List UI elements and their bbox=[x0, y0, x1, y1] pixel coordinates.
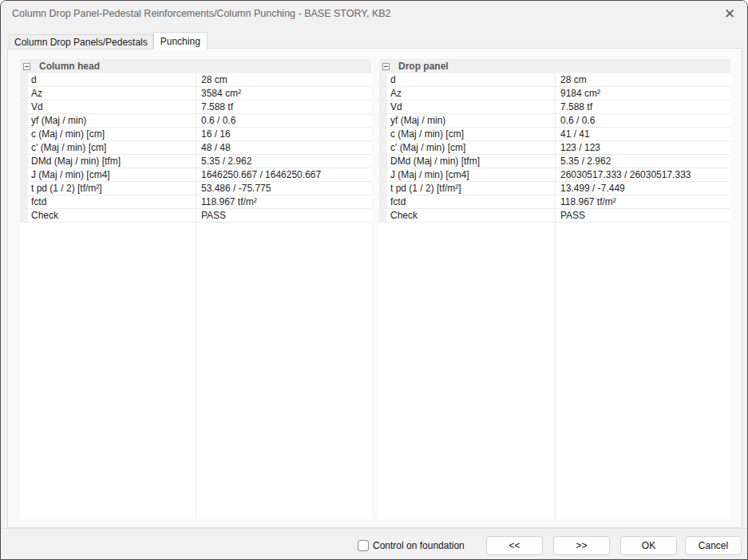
tab-label: Punching bbox=[160, 36, 200, 47]
property-value: 1646250.667 / 1646250.667 bbox=[196, 169, 371, 180]
table-row[interactable]: J (Maj / min) [cm4]1646250.667 / 1646250… bbox=[20, 168, 371, 182]
panel-title: Drop panel bbox=[398, 61, 449, 72]
row-gutter bbox=[379, 87, 387, 100]
row-gutter bbox=[20, 128, 28, 140]
property-value: 5.35 / 2.962 bbox=[555, 156, 730, 167]
property-label: d bbox=[28, 74, 196, 85]
row-gutter bbox=[379, 141, 387, 154]
property-value: 0.6 / 0.6 bbox=[196, 115, 371, 126]
property-label: DMd (Maj / min) [tfm] bbox=[387, 156, 555, 167]
property-rows: d28 cmAz9184 cm²Vd7.588 tfyf (Maj / min)… bbox=[379, 73, 730, 223]
table-row[interactable]: DMd (Maj / min) [tfm]5.35 / 2.962 bbox=[379, 155, 730, 168]
property-value: 0.6 / 0.6 bbox=[555, 115, 730, 126]
tab-strip: Column Drop Panels/Pedestals Punching bbox=[9, 26, 208, 49]
property-label: Check bbox=[28, 210, 196, 221]
control-on-foundation-checkbox[interactable] bbox=[358, 540, 369, 551]
property-label: yf (Maj / min) bbox=[387, 115, 555, 126]
property-label: Vd bbox=[28, 101, 196, 112]
table-row[interactable]: Az3584 cm² bbox=[20, 87, 371, 101]
row-gutter bbox=[20, 114, 28, 127]
property-rows: d28 cmAz3584 cm²Vd7.588 tfyf (Maj / min)… bbox=[20, 73, 371, 223]
row-gutter bbox=[20, 155, 28, 168]
table-row[interactable]: t pd (1 / 2) [tf/m²]13.499 / -7.449 bbox=[379, 182, 730, 195]
row-gutter bbox=[20, 73, 28, 86]
property-value: 26030517.333 / 26030517.333 bbox=[555, 169, 730, 180]
title-bar[interactable]: Column Drop Panel-Pedestal Reinforcement… bbox=[1, 1, 747, 26]
property-value: 5.35 / 2.962 bbox=[196, 156, 371, 167]
table-row[interactable]: d28 cm bbox=[20, 73, 371, 87]
property-label: c' (Maj / min) [cm] bbox=[387, 142, 555, 153]
tab-label: Column Drop Panels/Pedestals bbox=[14, 37, 148, 48]
row-gutter bbox=[379, 101, 387, 113]
property-label: Az bbox=[28, 88, 196, 99]
drop-panel-header: Drop panel bbox=[379, 59, 730, 73]
table-row[interactable]: t pd (1 / 2) [tf/m²]53.486 / -75.775 bbox=[20, 182, 371, 195]
table-row[interactable]: d28 cm bbox=[379, 73, 730, 87]
next-button[interactable]: >> bbox=[553, 536, 610, 555]
row-gutter bbox=[20, 87, 28, 100]
property-label: J (Maj / min) [cm4] bbox=[387, 169, 555, 180]
dialog-window: Column Drop Panel-Pedestal Reinforcement… bbox=[0, 0, 748, 560]
table-row[interactable]: Vd7.588 tf bbox=[20, 101, 371, 114]
table-row[interactable]: yf (Maj / min)0.6 / 0.6 bbox=[379, 114, 730, 128]
ok-button[interactable]: OK bbox=[620, 536, 677, 555]
property-label: t pd (1 / 2) [tf/m²] bbox=[28, 183, 196, 194]
property-value: 53.486 / -75.775 bbox=[196, 183, 371, 194]
property-value: 13.499 / -7.449 bbox=[555, 183, 730, 194]
table-row[interactable]: fctd118.967 tf/m² bbox=[20, 195, 371, 209]
table-row[interactable]: c' (Maj / min) [cm]123 / 123 bbox=[379, 141, 730, 155]
close-icon: ✕ bbox=[724, 6, 735, 22]
previous-button[interactable]: << bbox=[486, 536, 543, 555]
property-label: Az bbox=[387, 88, 555, 99]
control-on-foundation[interactable]: Control on foundation bbox=[358, 538, 465, 553]
property-value: 118.967 tf/m² bbox=[555, 196, 730, 207]
table-row[interactable]: CheckPASS bbox=[20, 209, 371, 223]
property-value: 48 / 48 bbox=[196, 142, 371, 153]
row-gutter bbox=[20, 182, 28, 195]
property-value: PASS bbox=[555, 210, 730, 221]
property-value: 41 / 41 bbox=[555, 128, 730, 140]
property-value: PASS bbox=[196, 210, 371, 221]
table-row[interactable]: CheckPASS bbox=[379, 209, 730, 223]
row-gutter bbox=[20, 101, 28, 113]
row-gutter bbox=[379, 73, 387, 86]
table-row[interactable]: J (Maj / min) [cm4]26030517.333 / 260305… bbox=[379, 168, 730, 182]
table-row[interactable]: c (Maj / min) [cm]41 / 41 bbox=[379, 128, 730, 141]
property-value: 28 cm bbox=[196, 74, 371, 85]
drop-panel-table: d28 cmAz9184 cm²Vd7.588 tfyf (Maj / min)… bbox=[379, 73, 730, 519]
close-button[interactable]: ✕ bbox=[717, 3, 742, 24]
tab-punching[interactable]: Punching bbox=[153, 32, 208, 50]
row-gutter bbox=[379, 182, 387, 195]
collapse-icon[interactable] bbox=[23, 63, 30, 70]
property-value: 118.967 tf/m² bbox=[196, 196, 371, 207]
column-head-table: d28 cmAz3584 cm²Vd7.588 tfyf (Maj / min)… bbox=[20, 73, 371, 519]
row-gutter bbox=[379, 128, 387, 140]
cancel-button[interactable]: Cancel bbox=[685, 536, 742, 555]
collapse-icon[interactable] bbox=[382, 63, 390, 70]
table-row[interactable]: c (Maj / min) [cm]16 / 16 bbox=[20, 128, 371, 141]
table-row[interactable]: Az9184 cm² bbox=[379, 87, 730, 101]
table-row[interactable]: c' (Maj / min) [cm]48 / 48 bbox=[20, 141, 371, 155]
property-label: yf (Maj / min) bbox=[28, 115, 196, 126]
property-label: fctd bbox=[28, 196, 196, 207]
property-label: d bbox=[387, 74, 555, 85]
tab-column-drop-panels-pedestals[interactable]: Column Drop Panels/Pedestals bbox=[9, 34, 153, 49]
property-value: 123 / 123 bbox=[555, 142, 730, 153]
property-label: c (Maj / min) [cm] bbox=[28, 128, 196, 140]
row-gutter bbox=[379, 155, 387, 168]
table-row[interactable]: yf (Maj / min)0.6 / 0.6 bbox=[20, 114, 371, 128]
property-value: 28 cm bbox=[555, 74, 730, 85]
row-gutter bbox=[379, 209, 387, 222]
property-label: t pd (1 / 2) [tf/m²] bbox=[387, 183, 555, 194]
table-row[interactable]: DMd (Maj / min) [tfm]5.35 / 2.962 bbox=[20, 155, 371, 168]
property-value: 7.588 tf bbox=[196, 101, 371, 112]
table-row[interactable]: Vd7.588 tf bbox=[379, 101, 730, 114]
property-value: 7.588 tf bbox=[555, 101, 730, 112]
property-label: c (Maj / min) [cm] bbox=[387, 128, 555, 140]
property-value: 16 / 16 bbox=[196, 128, 371, 140]
table-row[interactable]: fctd118.967 tf/m² bbox=[379, 195, 730, 209]
row-gutter bbox=[379, 195, 387, 208]
row-gutter bbox=[20, 195, 28, 208]
window-title: Column Drop Panel-Pedestal Reinforcement… bbox=[12, 8, 391, 19]
property-label: fctd bbox=[387, 196, 555, 207]
